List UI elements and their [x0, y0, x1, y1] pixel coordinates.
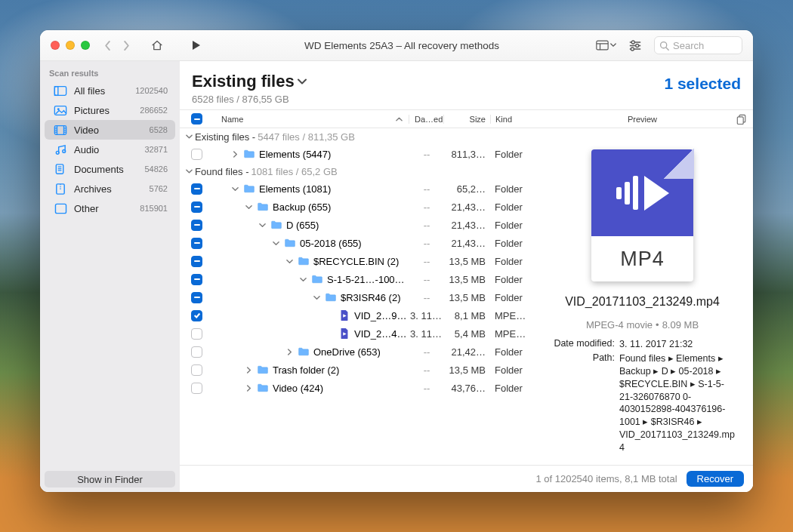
header-checkbox[interactable] [191, 113, 202, 125]
row-checkbox[interactable] [191, 328, 202, 340]
sidebar-item-documents[interactable]: Documents54826 [45, 159, 175, 179]
play-icon [616, 176, 669, 211]
row-name: VID_2…9.mp4 [354, 310, 409, 321]
chevron-down-icon[interactable] [285, 258, 294, 265]
chevron-down-icon[interactable] [244, 204, 253, 211]
table-row[interactable]: $RECYCLE.BIN (2)--13,5 MBFolder [180, 252, 532, 270]
table-row[interactable]: 05-2018 (655)--21,43…Folder [180, 234, 532, 252]
close-window-button[interactable] [51, 41, 60, 50]
tree-section[interactable]: Existing files - 5447 files / 811,35 GB [180, 128, 532, 145]
preview-filename: VID_20171103_213249.mp4 [565, 295, 720, 309]
sidebar-item-count: 54826 [144, 165, 168, 174]
copy-icon[interactable] [736, 114, 747, 125]
row-size: 811,3… [443, 149, 490, 160]
sidebar-item-audio[interactable]: Audio32871 [45, 140, 175, 159]
filter-settings-button[interactable] [628, 40, 642, 51]
row-checkbox[interactable] [191, 274, 202, 285]
documents-icon [54, 162, 67, 176]
row-name: D (655) [286, 220, 319, 231]
minimize-window-button[interactable] [66, 41, 75, 50]
row-checkbox[interactable] [191, 220, 202, 231]
sidebar: Scan results All files1202540Pictures286… [40, 61, 180, 492]
sidebar-item-all-files[interactable]: All files1202540 [45, 81, 175, 100]
sidebar-item-archives[interactable]: Archives5762 [45, 179, 175, 198]
home-button[interactable] [150, 39, 164, 52]
table-row[interactable]: Video (424)--43,76…Folder [180, 379, 532, 397]
forward-button[interactable] [122, 40, 131, 51]
date-modified-label: Date modified: [547, 338, 615, 351]
sidebar-item-pictures[interactable]: Pictures286652 [45, 100, 175, 120]
chevron-down-icon[interactable] [312, 294, 321, 301]
preview-heading: Preview [628, 115, 657, 124]
chevron-right-icon[interactable] [285, 349, 294, 355]
svg-line-10 [666, 47, 668, 49]
date-modified-value: 3. 11. 2017 21:32 [619, 338, 738, 351]
column-kind[interactable]: Kind [490, 115, 532, 124]
table-row[interactable]: Elements (1081)--65,2…Folder [180, 180, 532, 198]
row-size: 21,43… [443, 238, 490, 249]
table-row[interactable]: VID_2…4.mp43. 11.…5,4 MBMPEG… [180, 324, 532, 343]
column-date[interactable]: Da…ed [409, 115, 443, 124]
zoom-window-button[interactable] [81, 41, 90, 50]
table-row[interactable]: D (655)--21,43…Folder [180, 216, 532, 234]
sidebar-item-count: 6528 [150, 125, 168, 134]
tree-section[interactable]: Found files - 1081 files / 65,2 GB [180, 163, 532, 180]
view-options-button[interactable] [596, 40, 616, 51]
row-checkbox[interactable] [191, 310, 202, 321]
search-input[interactable]: Search [654, 36, 742, 54]
chevron-down-icon[interactable] [230, 186, 239, 192]
chevron-down-icon[interactable] [298, 276, 307, 283]
table-row[interactable]: Trash folder (2)--13,5 MBFolder [180, 361, 532, 379]
pictures-icon [54, 103, 67, 117]
row-kind: Folder [490, 346, 532, 358]
row-checkbox[interactable] [191, 238, 202, 249]
table-row[interactable]: Backup (655)--21,43…Folder [180, 198, 532, 216]
chevron-right-icon[interactable] [244, 367, 253, 374]
chevron-right-icon[interactable] [230, 151, 239, 158]
show-in-finder-button[interactable]: Show in Finder [45, 471, 175, 487]
chevron-down-icon[interactable] [258, 222, 267, 229]
sidebar-item-label: Pictures [74, 105, 133, 116]
svg-point-4 [631, 41, 634, 44]
row-checkbox[interactable] [191, 201, 202, 213]
row-checkbox[interactable] [191, 383, 202, 394]
play-button[interactable] [191, 39, 202, 51]
svg-rect-0 [597, 41, 608, 50]
footer: 1 of 1202540 items, 8,1 MB total Recover [180, 465, 753, 492]
row-kind: Folder [490, 149, 532, 160]
recover-button[interactable]: Recover [687, 471, 744, 487]
table-row[interactable]: $R3ISR46 (2)--13,5 MBFolder [180, 288, 532, 306]
table-row[interactable]: Elements (5447)--811,3…Folder [180, 145, 532, 163]
row-size: 43,76… [443, 383, 490, 394]
row-size: 21,43… [443, 201, 490, 213]
table-row[interactable]: VID_2…9.mp43. 11.…8,1 MBMPEG… [180, 306, 532, 324]
nav-arrows [103, 40, 131, 51]
sidebar-item-label: Archives [74, 183, 143, 195]
traffic-lights [51, 41, 90, 50]
row-name: Elements (5447) [259, 149, 331, 160]
column-name[interactable]: Name [214, 115, 409, 124]
row-checkbox[interactable] [191, 346, 202, 358]
row-checkbox[interactable] [191, 183, 202, 195]
preview-pane: Preview [532, 109, 753, 465]
row-checkbox[interactable] [191, 364, 202, 376]
sidebar-item-other[interactable]: Other815901 [45, 198, 175, 218]
path-label: Path: [547, 352, 615, 454]
row-checkbox[interactable] [191, 149, 202, 160]
back-button[interactable] [103, 40, 113, 51]
app-window: WD Elements 25A3 – All recovery methods … [40, 30, 753, 492]
table-row[interactable]: OneDrive (653)--21,42…Folder [180, 343, 532, 361]
page-title[interactable]: Existing files [192, 72, 307, 91]
row-name: Backup (655) [273, 201, 331, 213]
file-thumbnail: MP4 [591, 149, 693, 281]
chevron-down-icon[interactable] [271, 240, 280, 247]
chevron-down-icon [298, 78, 307, 85]
sidebar-item-video[interactable]: Video6528 [45, 120, 175, 140]
table-row[interactable]: S-1-5-21…-1001 (2)--13,5 MBFolder [180, 270, 532, 288]
row-checkbox[interactable] [191, 256, 202, 267]
file-tree: Existing files - 5447 files / 811,35 GBE… [180, 128, 532, 465]
row-checkbox[interactable] [191, 292, 202, 303]
row-size: 13,5 MB [443, 256, 490, 267]
chevron-right-icon[interactable] [244, 385, 253, 392]
column-size[interactable]: Size [443, 115, 490, 124]
